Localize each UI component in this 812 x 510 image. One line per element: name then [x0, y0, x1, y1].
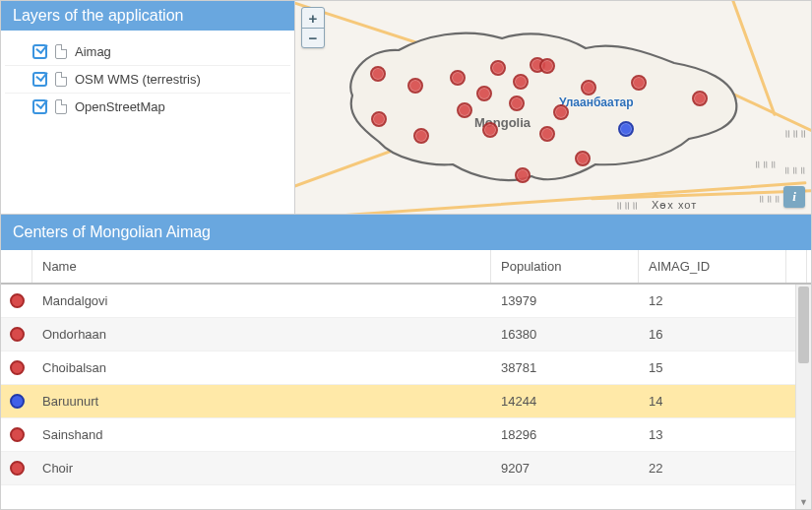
cell-name: Choir	[32, 461, 491, 476]
grid-panel: Centers of Mongolian Aimag Name Populati…	[0, 215, 812, 510]
map-marker[interactable]	[457, 102, 472, 118]
grid-panel-title: Centers of Mongolian Aimag	[1, 215, 811, 250]
row-marker-icon	[10, 427, 25, 442]
zoom-out-button[interactable]: −	[302, 28, 324, 47]
checkbox-checked-icon[interactable]	[32, 72, 47, 87]
cell-name: Baruunurt	[32, 394, 491, 409]
map-marker[interactable]	[509, 96, 525, 111]
cell-aimag-id: 22	[639, 461, 786, 476]
info-button[interactable]: i	[783, 186, 805, 208]
cell-population: 9207	[491, 461, 639, 476]
layer-item[interactable]: Aimag	[5, 38, 290, 66]
map-marker[interactable]	[515, 167, 531, 183]
table-row[interactable]: Sainshand1829613	[1, 418, 795, 452]
table-row[interactable]: Ondorhaan1638016	[1, 318, 795, 351]
map-marker[interactable]	[575, 151, 591, 166]
row-marker-icon	[10, 293, 25, 308]
map-marker[interactable]	[539, 58, 555, 74]
grid-header-aimag-id[interactable]: AIMAG_ID	[639, 250, 786, 283]
cell-name: Sainshand	[32, 427, 491, 442]
map-marker[interactable]	[539, 126, 555, 142]
grid-header-population[interactable]: Population	[491, 250, 639, 283]
grid-header-row: Name Population AIMAG_ID	[1, 250, 811, 285]
checkbox-checked-icon[interactable]	[32, 99, 47, 114]
cell-aimag-id: 15	[639, 360, 786, 375]
cell-name: Mandalgovi	[32, 293, 491, 308]
cell-name: Choibalsan	[32, 360, 491, 375]
checkbox-checked-icon[interactable]	[32, 44, 47, 59]
cell-aimag-id: 12	[639, 293, 786, 308]
country-outline	[335, 19, 748, 196]
cell-population: 16380	[491, 327, 639, 342]
layer-label: OpenStreetMap	[75, 99, 165, 114]
map-marker[interactable]	[631, 75, 647, 91]
map-marker[interactable]	[553, 104, 569, 120]
grid-header-spacer	[786, 250, 807, 283]
grid-header-name[interactable]: Name	[32, 250, 491, 283]
layer-item[interactable]: OSM WMS (terrestris)	[5, 66, 290, 94]
cell-aimag-id: 16	[639, 327, 786, 342]
map-marker[interactable]	[618, 121, 634, 137]
document-icon	[55, 44, 67, 59]
cell-population: 18296	[491, 427, 639, 442]
map-marker[interactable]	[370, 66, 386, 82]
row-marker-icon	[10, 360, 25, 375]
scroll-down-icon[interactable]: ▼	[796, 495, 811, 509]
map-marker[interactable]	[371, 111, 387, 127]
cell-name: Ondorhaan	[32, 327, 491, 342]
cell-aimag-id: 13	[639, 427, 786, 442]
layers-panel: Layers of the application AimagOSM WMS (…	[0, 0, 295, 215]
map-marker[interactable]	[482, 122, 498, 138]
city-label-ulaanbaatar: Улаанбаатар	[559, 96, 634, 109]
edge-label-1: ॥॥॥	[783, 127, 807, 140]
map-marker[interactable]	[692, 91, 708, 106]
row-marker-icon	[10, 394, 25, 409]
map-marker[interactable]	[581, 80, 596, 96]
document-icon	[55, 99, 67, 114]
edge-label-6: ॥॥॥	[615, 199, 639, 212]
layer-item[interactable]: OpenStreetMap	[5, 94, 290, 120]
edge-label-3: ॥॥॥	[783, 164, 807, 176]
zoom-in-button[interactable]: +	[302, 8, 324, 28]
zoom-control: + −	[301, 7, 325, 48]
grid-header-marker	[1, 250, 32, 283]
scrollbar-thumb[interactable]	[798, 287, 809, 363]
edge-label-2: ॥॥॥	[754, 159, 778, 170]
layer-label: Aimag	[75, 44, 111, 59]
table-row[interactable]: Mandalgovi1397912	[1, 285, 795, 318]
table-row[interactable]: Choir920722	[1, 452, 795, 485]
table-row[interactable]: Choibalsan3878115	[1, 351, 795, 385]
map[interactable]: Mongolia Улаанбаатар ॥॥॥ ॥॥॥ ॥॥॥ ॥॥॥ ॥॥॥…	[295, 0, 812, 215]
cell-aimag-id: 14	[639, 394, 786, 409]
row-marker-icon	[10, 461, 25, 476]
cell-population: 38781	[491, 360, 639, 375]
row-marker-icon	[10, 327, 25, 342]
map-background: Mongolia Улаанбаатар ॥॥॥ ॥॥॥ ॥॥॥ ॥॥॥ ॥॥॥…	[295, 1, 811, 214]
corner-city-label: Хөх хот	[652, 199, 697, 212]
document-icon	[55, 72, 67, 87]
layers-list: AimagOSM WMS (terrestris)OpenStreetMap	[1, 31, 294, 214]
grid-body: Mandalgovi1397912Ondorhaan1638016Choibal…	[1, 285, 795, 509]
scrollbar[interactable]: ▲ ▼	[795, 285, 811, 509]
map-marker[interactable]	[407, 78, 423, 94]
edge-label-4: ॥॥॥	[758, 193, 781, 205]
cell-population: 14244	[491, 394, 639, 409]
layer-label: OSM WMS (terrestris)	[75, 72, 201, 87]
map-marker[interactable]	[450, 70, 466, 86]
map-marker[interactable]	[476, 86, 492, 101]
table-row[interactable]: Baruunurt1424414	[1, 385, 795, 418]
map-marker[interactable]	[513, 74, 529, 90]
map-marker[interactable]	[413, 128, 429, 144]
layers-panel-title: Layers of the application	[1, 1, 294, 31]
cell-population: 13979	[491, 293, 639, 308]
map-marker[interactable]	[490, 60, 506, 76]
